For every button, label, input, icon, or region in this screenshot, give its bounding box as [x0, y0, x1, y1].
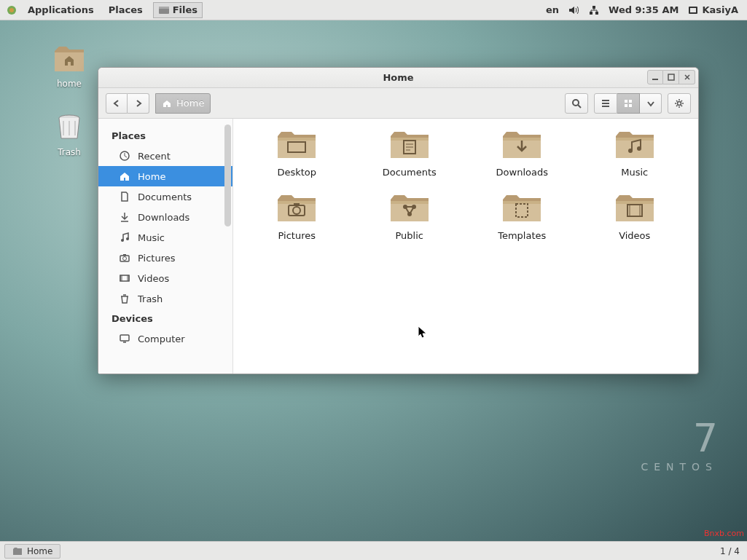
volume-icon[interactable] — [568, 4, 579, 16]
svg-rect-26 — [278, 138, 316, 141]
forward-button[interactable] — [128, 93, 149, 114]
folder-label: Downloads — [473, 167, 571, 178]
svg-rect-23 — [123, 254, 126, 256]
svg-rect-37 — [294, 203, 300, 206]
files-icon — [158, 4, 170, 16]
svg-point-19 — [121, 239, 124, 242]
folder-label: Public — [361, 230, 459, 241]
window-title: Home — [383, 72, 413, 83]
folder-label: Documents — [361, 167, 459, 178]
desktop-home-folder[interactable]: home — [44, 41, 95, 89]
document-icon — [119, 191, 130, 202]
folder-music[interactable]: Music — [586, 127, 684, 178]
maximize-button[interactable] — [663, 70, 679, 84]
folder-downloads[interactable]: Downloads — [473, 127, 571, 178]
close-button[interactable] — [679, 70, 695, 84]
view-options-button[interactable] — [640, 93, 662, 114]
sidebar-item-music[interactable]: Music — [98, 227, 232, 248]
svg-rect-16 — [629, 104, 632, 107]
folder-desktop[interactable]: Desktop — [248, 127, 346, 178]
icon-view-button[interactable] — [617, 93, 640, 114]
sidebar-item-home[interactable]: Home — [98, 166, 232, 186]
sidebar-item-pictures[interactable]: Pictures — [98, 248, 232, 268]
content-area[interactable]: Desktop Documents Downloads — [233, 119, 698, 374]
svg-point-12 — [573, 100, 579, 106]
desktop-home-label: home — [44, 79, 95, 89]
places-menu[interactable]: Places — [101, 0, 150, 20]
back-button[interactable] — [106, 93, 128, 114]
home-icon — [162, 98, 172, 109]
sidebar-item-recent[interactable]: Recent — [98, 146, 232, 166]
user-icon — [687, 4, 699, 16]
svg-rect-31 — [616, 138, 654, 141]
folder-label: Desktop — [248, 167, 346, 178]
places-header: Places — [98, 126, 232, 146]
files-task-label: Files — [173, 4, 197, 15]
svg-rect-11 — [668, 74, 674, 80]
devices-header: Devices — [98, 309, 232, 328]
svg-rect-38 — [391, 201, 429, 204]
svg-rect-44 — [616, 201, 654, 204]
folder-icon — [388, 127, 431, 162]
folder-documents[interactable]: Documents — [361, 127, 459, 178]
files-window: Home Home — [98, 67, 699, 374]
desktop-trash[interactable]: Trash — [44, 109, 95, 157]
folder-icon — [613, 191, 657, 226]
folder-icon — [613, 127, 657, 162]
svg-rect-5 — [590, 12, 592, 15]
gear-icon — [674, 98, 684, 109]
titlebar[interactable]: Home — [98, 68, 698, 88]
network-icon[interactable] — [588, 4, 600, 16]
folder-label: Pictures — [248, 230, 346, 241]
svg-rect-6 — [595, 12, 598, 15]
folder-icon — [275, 127, 318, 162]
svg-rect-25 — [120, 335, 129, 341]
video-icon — [119, 272, 130, 284]
keyboard-layout-indicator[interactable]: en — [546, 4, 559, 15]
settings-button[interactable] — [668, 93, 691, 114]
trash-icon — [52, 109, 87, 144]
sidebar-item-videos[interactable]: Videos — [98, 268, 232, 288]
folder-icon — [12, 546, 23, 556]
folder-icon — [500, 191, 544, 226]
svg-point-1 — [9, 8, 14, 12]
breadcrumb-home[interactable]: Home — [155, 93, 211, 114]
folder-label: Videos — [586, 230, 684, 241]
centos-brand: 7 CENTOS — [641, 415, 718, 473]
trash-icon — [119, 293, 130, 304]
list-view-button[interactable] — [594, 93, 617, 114]
folder-icon — [275, 191, 318, 226]
svg-point-22 — [123, 257, 127, 261]
bottom-panel: Home 1 / 4 — [0, 541, 747, 560]
folder-pictures[interactable]: Pictures — [248, 191, 346, 241]
distro-logo-icon — [6, 4, 17, 16]
folder-label: Music — [586, 167, 684, 178]
clock-icon — [119, 150, 130, 162]
svg-rect-3 — [159, 7, 169, 9]
workspace-indicator[interactable]: 1 / 4 — [713, 546, 747, 556]
user-menu[interactable]: KasiyA — [687, 4, 738, 16]
search-button[interactable] — [565, 93, 588, 114]
folder-templates[interactable]: Templates — [473, 191, 571, 241]
home-folder-icon — [52, 41, 87, 76]
sidebar-scrollbar[interactable] — [224, 125, 231, 226]
svg-rect-8 — [690, 8, 696, 12]
clock[interactable]: Wed 9:35 AM — [609, 4, 678, 15]
search-icon — [571, 98, 582, 109]
computer-icon — [119, 333, 130, 344]
svg-rect-14 — [629, 100, 632, 103]
sidebar-item-computer[interactable]: Computer — [98, 328, 232, 349]
svg-point-20 — [126, 237, 129, 240]
sidebar-item-downloads[interactable]: Downloads — [98, 207, 232, 227]
taskbar-item-home[interactable]: Home — [4, 544, 60, 559]
folder-videos[interactable]: Videos — [586, 191, 684, 241]
files-task-indicator[interactable]: Files — [153, 2, 203, 18]
sidebar-item-trash[interactable]: Trash — [98, 288, 232, 309]
home-icon — [119, 170, 130, 182]
folder-public[interactable]: Public — [361, 191, 459, 241]
sidebar-item-documents[interactable]: Documents — [98, 186, 232, 207]
sidebar: Places Recent Home Documents Downloads M… — [98, 119, 233, 374]
minimize-button[interactable] — [647, 70, 663, 84]
applications-menu[interactable]: Applications — [20, 0, 101, 20]
svg-point-17 — [678, 101, 681, 105]
